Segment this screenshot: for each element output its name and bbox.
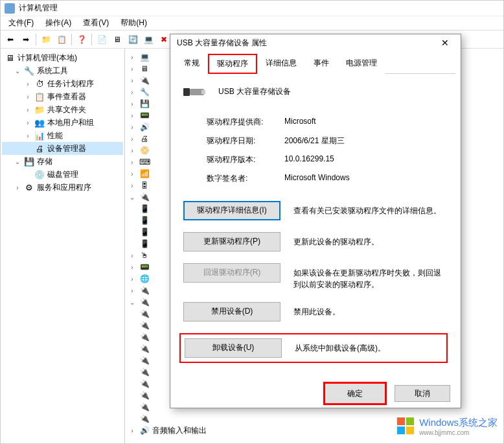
events-icon: 📋: [34, 91, 45, 102]
svg-rect-3: [397, 417, 405, 425]
rollback-driver-button: 回退驱动程序(R): [183, 263, 281, 283]
disable-device-button[interactable]: 禁用设备(D): [183, 302, 281, 321]
app-icon: [5, 3, 15, 14]
usb-device-icon: [183, 83, 207, 101]
update-driver-description: 更新此设备的驱动程序。: [293, 232, 448, 248]
close-button[interactable]: ✕: [432, 34, 458, 51]
expand-icon[interactable]: ›: [24, 80, 32, 88]
toolbar-back[interactable]: ⬅: [3, 32, 17, 47]
toolbar-separator: [36, 34, 36, 45]
disk-icon: 💿: [34, 169, 45, 180]
tree-storage[interactable]: ⌄ 💾 存储: [2, 155, 123, 168]
tab-general[interactable]: 常规: [176, 54, 208, 74]
driver-details-description: 查看有关已安装驱动程序文件的详细信息。: [293, 201, 448, 216]
storage-icon: 💾: [24, 156, 34, 167]
version-label: 驱动程序版本:: [207, 154, 284, 165]
menu-view[interactable]: 查看(V): [78, 16, 114, 30]
expand-icon[interactable]: ⌄: [14, 158, 21, 165]
dialog-tabs: 常规 驱动程序 详细信息 事件 电源管理: [176, 53, 455, 74]
expand-icon[interactable]: ⌄: [14, 67, 21, 75]
expand-icon[interactable]: ›: [24, 132, 32, 139]
driver-info: 驱动程序提供商: Microsoft 驱动程序日期: 2006/6/21 星期三…: [207, 117, 448, 184]
svg-rect-5: [397, 426, 405, 434]
tree-system-tools[interactable]: ⌄ 🔧 系统工具: [2, 64, 123, 77]
title-bar: 计算机管理: [1, 1, 503, 16]
folder-icon: 📁: [34, 104, 45, 115]
menu-file[interactable]: 文件(F): [3, 16, 39, 30]
driver-details-row: 驱动程序详细信息(I) 查看有关已安装驱动程序文件的详细信息。: [183, 201, 448, 220]
dialog-body: USB 大容量存储设备 驱动程序提供商: Microsoft 驱动程序日期: 2…: [170, 74, 461, 380]
properties-dialog: USB 大容量存储设备 属性 ✕ 常规 驱动程序 详细信息 事件 电源管理 US…: [170, 34, 461, 408]
cancel-button[interactable]: 取消: [395, 385, 450, 402]
navigation-tree: 🖥 计算机管理(本地) ⌄ 🔧 系统工具 › ⏱ 任务计划程序 › 📋 事件查看…: [1, 49, 125, 443]
users-icon: 👥: [34, 117, 45, 128]
toolbar-properties[interactable]: 📄: [95, 32, 109, 47]
services-icon: ⚙: [24, 182, 34, 193]
device-icon: 🖨: [34, 143, 45, 154]
expand-icon[interactable]: ›: [24, 93, 32, 100]
svg-rect-0: [183, 88, 190, 96]
tree-local-users[interactable]: › 👥 本地用户和组: [2, 116, 123, 129]
watermark: Windows系统之家 www.bjjmmc.com: [397, 417, 498, 436]
toolbar-help[interactable]: ❓: [74, 32, 89, 47]
watermark-title: Windows系统之家: [419, 417, 498, 429]
toolbar-forward[interactable]: ➡: [19, 32, 33, 47]
tree-device-manager[interactable]: 🖨 设备管理器: [2, 142, 123, 155]
toolbar-up[interactable]: 📁: [39, 32, 53, 47]
computer-icon: 🖥: [5, 53, 15, 63]
tree-services-apps[interactable]: › ⚙ 服务和应用程序: [2, 181, 123, 194]
expand-icon[interactable]: ›: [24, 106, 32, 113]
toolbar-devices[interactable]: 💻: [141, 32, 155, 47]
update-driver-button[interactable]: 更新驱动程序(P): [183, 232, 281, 251]
toolbar-remove[interactable]: ✖: [157, 32, 171, 47]
menu-help[interactable]: 帮助(H): [115, 16, 152, 30]
dialog-footer: 确定 取消: [170, 380, 461, 408]
device-header: USB 大容量存储设备: [183, 83, 448, 101]
performance-icon: 📊: [34, 130, 45, 141]
dialog-title-bar: USB 大容量存储设备 属性 ✕: [170, 34, 461, 52]
version-value: 10.0.16299.15: [284, 154, 448, 165]
scheduler-icon: ⏱: [34, 78, 45, 89]
driver-details-button[interactable]: 驱动程序详细信息(I): [183, 201, 281, 220]
toolbar-scan[interactable]: 🖥: [110, 32, 124, 47]
uninstall-highlight: 卸载设备(U) 从系统中卸载设备(高级)。: [179, 333, 448, 363]
device-name: USB 大容量存储设备: [218, 86, 291, 97]
svg-rect-2: [201, 90, 205, 94]
signer-value: Microsoft Windows: [284, 173, 448, 184]
date-value: 2006/6/21 星期三: [284, 135, 448, 146]
toolbar-separator: [91, 34, 92, 45]
tree-shared-folders[interactable]: › 📁 共享文件夹: [2, 103, 123, 116]
tree-event-viewer[interactable]: › 📋 事件查看器: [2, 90, 123, 103]
rollback-driver-description: 如果该设备在更新驱动程序时失败，则回退到以前安装的驱动程序。: [293, 263, 448, 290]
provider-value: Microsoft: [284, 117, 448, 128]
windows-logo-icon: [397, 417, 415, 436]
menu-action[interactable]: 操作(A): [40, 16, 76, 30]
tree-root[interactable]: 🖥 计算机管理(本地): [2, 51, 123, 64]
uninstall-device-row: 卸载设备(U) 从系统中卸载设备(高级)。: [181, 338, 442, 358]
toolbar-refresh[interactable]: 🔄: [126, 32, 140, 47]
date-label: 驱动程序日期:: [207, 135, 284, 146]
tab-power[interactable]: 电源管理: [338, 54, 385, 74]
disable-device-description: 禁用此设备。: [293, 302, 448, 318]
tree-disk-mgmt[interactable]: 💿 磁盘管理: [2, 168, 123, 181]
tab-events[interactable]: 事件: [305, 54, 338, 74]
svg-rect-6: [406, 426, 414, 434]
tab-details[interactable]: 详细信息: [257, 54, 305, 74]
tools-icon: 🔧: [24, 65, 34, 76]
expand-icon[interactable]: ›: [14, 184, 21, 191]
toolbar-view[interactable]: 📋: [54, 32, 69, 47]
uninstall-device-button[interactable]: 卸载设备(U): [185, 338, 282, 358]
svg-rect-4: [406, 417, 414, 425]
dialog-title: USB 大容量存储设备 属性: [177, 38, 267, 49]
ok-button[interactable]: 确定: [323, 382, 387, 405]
tree-performance[interactable]: › 📊 性能: [2, 129, 123, 142]
disable-device-row: 禁用设备(D) 禁用此设备。: [183, 302, 448, 321]
provider-label: 驱动程序提供商:: [207, 117, 284, 128]
update-driver-row: 更新驱动程序(P) 更新此设备的驱动程序。: [183, 232, 448, 251]
tree-task-scheduler[interactable]: › ⏱ 任务计划程序: [2, 77, 123, 90]
tab-driver[interactable]: 驱动程序: [208, 54, 257, 74]
signer-label: 数字签名者:: [207, 173, 284, 184]
menu-bar: 文件(F) 操作(A) 查看(V) 帮助(H): [1, 16, 503, 30]
uninstall-device-description: 从系统中卸载设备(高级)。: [295, 338, 442, 354]
expand-icon[interactable]: ›: [24, 119, 32, 126]
